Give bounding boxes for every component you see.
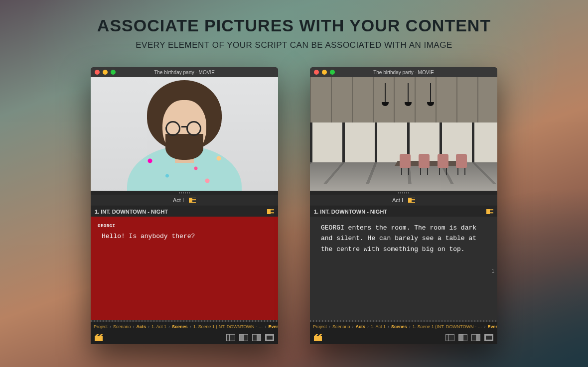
app-window-1: The birthday party - MOVIE Act I 1. INT.…	[91, 67, 278, 344]
close-icon[interactable]	[95, 70, 100, 75]
crumb[interactable]: Events	[487, 324, 497, 329]
crumb[interactable]: Acts	[356, 324, 366, 329]
associated-image[interactable]	[310, 77, 497, 191]
act-label: Act I	[392, 197, 403, 203]
window-title: The birthday party - MOVIE	[310, 70, 497, 75]
character-cue: GEORGI	[98, 223, 267, 230]
clapperboard-icon[interactable]	[314, 334, 322, 341]
breadcrumb[interactable]: Project› Scenario› Acts› 1. Act 1› Scene…	[91, 322, 278, 331]
app-window-2: The birthday party - MOVIE Act I 1. INT.…	[310, 67, 497, 344]
crumb[interactable]: 1. Scene 1 (INT. DOWNTOWN - …	[193, 324, 263, 329]
crumb[interactable]: 1. Act 1	[371, 324, 386, 329]
crumb[interactable]: Scenario	[332, 324, 350, 329]
close-icon[interactable]	[314, 70, 319, 75]
scene-list-icon[interactable]	[267, 209, 274, 214]
layout-split-right-button[interactable]	[252, 334, 261, 341]
page-title: ASSOCIATE PICTURES WITH YOUR CONTENT	[0, 16, 588, 35]
crumb[interactable]: 1. Act 1	[151, 324, 166, 329]
bottom-toolbar	[91, 331, 278, 344]
minimize-icon[interactable]	[103, 70, 108, 75]
split-handle[interactable]	[310, 191, 497, 195]
layout-split-right-button[interactable]	[471, 334, 480, 341]
layout-split-left-button[interactable]	[458, 334, 467, 341]
crumb[interactable]: Events	[268, 324, 278, 329]
act-label: Act I	[173, 197, 184, 203]
split-handle[interactable]	[91, 191, 278, 195]
window-title: The birthday party - MOVIE	[91, 70, 278, 75]
page-number: 1	[491, 268, 494, 274]
maximize-icon[interactable]	[330, 70, 335, 75]
layout-left-button[interactable]	[445, 334, 454, 341]
titlebar[interactable]: The birthday party - MOVIE	[310, 67, 497, 77]
crumb[interactable]: Scenes	[391, 324, 407, 329]
layout-split-left-button[interactable]	[239, 334, 248, 341]
maximize-icon[interactable]	[111, 70, 116, 75]
layout-full-button[interactable]	[484, 334, 493, 341]
crumb[interactable]: 1. Scene 1 (INT. DOWNTOWN - …	[413, 324, 482, 329]
minimize-icon[interactable]	[322, 70, 327, 75]
action-text[interactable]: GEORGI enters the room. The room is dark…	[321, 223, 486, 254]
scene-list-icon[interactable]	[486, 209, 493, 214]
scene-heading: 1. INT. DOWNTOWN - NIGHT	[95, 209, 168, 215]
bottom-toolbar	[310, 331, 497, 344]
dialogue-text[interactable]: Hello! Is anybody there?	[102, 231, 267, 242]
associated-image[interactable]	[91, 77, 278, 191]
layout-full-button[interactable]	[265, 334, 274, 341]
crumb[interactable]: Project	[94, 324, 108, 329]
titlebar[interactable]: The birthday party - MOVIE	[91, 67, 278, 77]
act-bar[interactable]: Act I	[91, 195, 278, 206]
crumb[interactable]: Scenes	[172, 324, 188, 329]
act-list-icon[interactable]	[189, 198, 196, 203]
script-editor[interactable]: GEORGI enters the room. The room is dark…	[310, 217, 497, 320]
act-list-icon[interactable]	[408, 198, 415, 203]
scene-bar[interactable]: 1. INT. DOWNTOWN - NIGHT	[310, 206, 497, 217]
scene-heading: 1. INT. DOWNTOWN - NIGHT	[314, 209, 387, 215]
crumb[interactable]: Scenario	[113, 324, 131, 329]
breadcrumb[interactable]: Project› Scenario› Acts› 1. Act 1› Scene…	[310, 322, 497, 331]
layout-left-button[interactable]	[226, 334, 235, 341]
clapperboard-icon[interactable]	[95, 334, 103, 341]
act-bar[interactable]: Act I	[310, 195, 497, 206]
scene-bar[interactable]: 1. INT. DOWNTOWN - NIGHT	[91, 206, 278, 217]
page-subtitle: EVERY ELEMENT OF YOUR SCRIPT CAN BE ASSO…	[0, 40, 588, 50]
crumb[interactable]: Acts	[137, 324, 147, 329]
script-editor[interactable]: GEORGI Hello! Is anybody there?	[91, 217, 278, 320]
crumb[interactable]: Project	[313, 324, 327, 329]
